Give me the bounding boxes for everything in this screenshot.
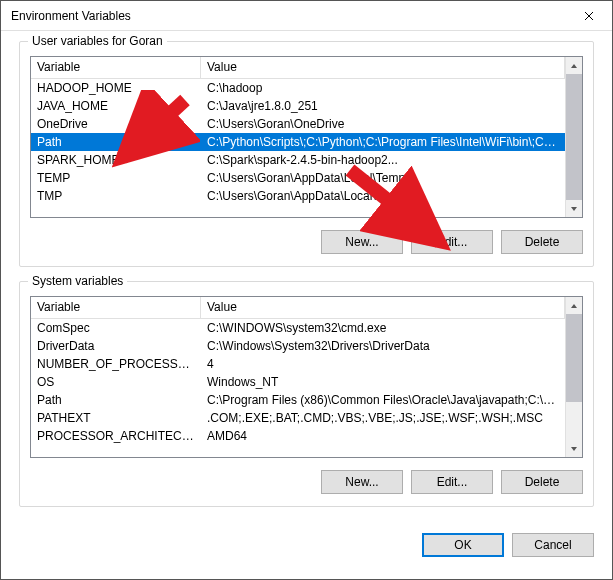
table-row[interactable]: OneDriveC:\Users\Goran\OneDrive: [31, 115, 565, 133]
var-value-cell: C:\Users\Goran\OneDrive: [201, 116, 565, 132]
scroll-down-button[interactable]: [566, 200, 582, 217]
var-value-cell: Windows_NT: [201, 374, 565, 390]
table-row[interactable]: SPARK_HOMEC:\Spark\spark-2.4.5-bin-hadoo…: [31, 151, 565, 169]
system-variables-group: System variables Variable Value ComSpecC…: [19, 281, 594, 507]
list-header: Variable Value: [31, 57, 565, 79]
var-name-cell: JAVA_HOME: [31, 98, 201, 114]
var-value-cell: C:\Users\Goran\AppData\Local\Temp: [201, 170, 565, 186]
scroll-up-button[interactable]: [566, 297, 582, 314]
var-value-cell: 4: [201, 356, 565, 372]
var-name-cell: Path: [31, 134, 201, 150]
var-value-cell: C:\Program Files (x86)\Common Files\Orac…: [201, 392, 565, 408]
user-variables-group: User variables for Goran Variable Value …: [19, 41, 594, 267]
var-name-cell: OneDrive: [31, 116, 201, 132]
user-variables-label: User variables for Goran: [28, 34, 167, 48]
var-name-cell: PATHEXT: [31, 410, 201, 426]
var-name-cell: ComSpec: [31, 320, 201, 336]
table-row[interactable]: PathC:\Python\Scripts\;C:\Python\;C:\Pro…: [31, 133, 565, 151]
var-name-cell: SPARK_HOME: [31, 152, 201, 168]
user-delete-button[interactable]: Delete: [501, 230, 583, 254]
table-row[interactable]: TEMPC:\Users\Goran\AppData\Local\Temp: [31, 169, 565, 187]
var-name-cell: TMP: [31, 188, 201, 204]
scroll-down-button[interactable]: [566, 440, 582, 457]
var-value-cell: C:\Java\jre1.8.0_251: [201, 98, 565, 114]
system-edit-button[interactable]: Edit...: [411, 470, 493, 494]
user-edit-button[interactable]: Edit...: [411, 230, 493, 254]
var-name-cell: DriverData: [31, 338, 201, 354]
table-row[interactable]: ComSpecC:\WINDOWS\system32\cmd.exe: [31, 319, 565, 337]
system-new-button[interactable]: New...: [321, 470, 403, 494]
col-header-variable[interactable]: Variable: [31, 57, 201, 78]
var-name-cell: Path: [31, 392, 201, 408]
var-name-cell: HADOOP_HOME: [31, 80, 201, 96]
var-name-cell: NUMBER_OF_PROCESSORS: [31, 356, 201, 372]
var-value-cell: C:\hadoop: [201, 80, 565, 96]
var-name-cell: TEMP: [31, 170, 201, 186]
ok-button[interactable]: OK: [422, 533, 504, 557]
system-variables-label: System variables: [28, 274, 127, 288]
col-header-value[interactable]: Value: [201, 57, 565, 78]
table-row[interactable]: PATHEXT.COM;.EXE;.BAT;.CMD;.VBS;.VBE;.JS…: [31, 409, 565, 427]
table-row[interactable]: OSWindows_NT: [31, 373, 565, 391]
scrollbar[interactable]: [565, 57, 582, 217]
window-title: Environment Variables: [11, 9, 131, 23]
system-variables-list[interactable]: Variable Value ComSpecC:\WINDOWS\system3…: [30, 296, 583, 458]
scrollbar[interactable]: [565, 297, 582, 457]
var-name-cell: OS: [31, 374, 201, 390]
table-row[interactable]: HADOOP_HOMEC:\hadoop: [31, 79, 565, 97]
system-delete-button[interactable]: Delete: [501, 470, 583, 494]
var-value-cell: .COM;.EXE;.BAT;.CMD;.VBS;.VBE;.JS;.JSE;.…: [201, 410, 565, 426]
var-name-cell: PROCESSOR_ARCHITECTURE: [31, 428, 201, 444]
table-row[interactable]: NUMBER_OF_PROCESSORS4: [31, 355, 565, 373]
close-button[interactable]: [566, 1, 612, 31]
scroll-up-button[interactable]: [566, 57, 582, 74]
var-value-cell: AMD64: [201, 428, 565, 444]
table-row[interactable]: DriverDataC:\Windows\System32\Drivers\Dr…: [31, 337, 565, 355]
user-variables-list[interactable]: Variable Value HADOOP_HOMEC:\hadoopJAVA_…: [30, 56, 583, 218]
titlebar: Environment Variables: [1, 1, 612, 31]
table-row[interactable]: JAVA_HOMEC:\Java\jre1.8.0_251: [31, 97, 565, 115]
var-value-cell: C:\WINDOWS\system32\cmd.exe: [201, 320, 565, 336]
close-icon: [584, 11, 594, 21]
list-header: Variable Value: [31, 297, 565, 319]
col-header-value[interactable]: Value: [201, 297, 565, 318]
cancel-button[interactable]: Cancel: [512, 533, 594, 557]
table-row[interactable]: TMPC:\Users\Goran\AppData\Local\Temp: [31, 187, 565, 205]
var-value-cell: C:\Spark\spark-2.4.5-bin-hadoop2...: [201, 152, 565, 168]
var-value-cell: C:\Python\Scripts\;C:\Python\;C:\Program…: [201, 134, 565, 150]
user-new-button[interactable]: New...: [321, 230, 403, 254]
table-row[interactable]: PROCESSOR_ARCHITECTUREAMD64: [31, 427, 565, 445]
table-row[interactable]: PathC:\Program Files (x86)\Common Files\…: [31, 391, 565, 409]
var-value-cell: C:\Users\Goran\AppData\Local\Temp: [201, 188, 565, 204]
var-value-cell: C:\Windows\System32\Drivers\DriverData: [201, 338, 565, 354]
col-header-variable[interactable]: Variable: [31, 297, 201, 318]
